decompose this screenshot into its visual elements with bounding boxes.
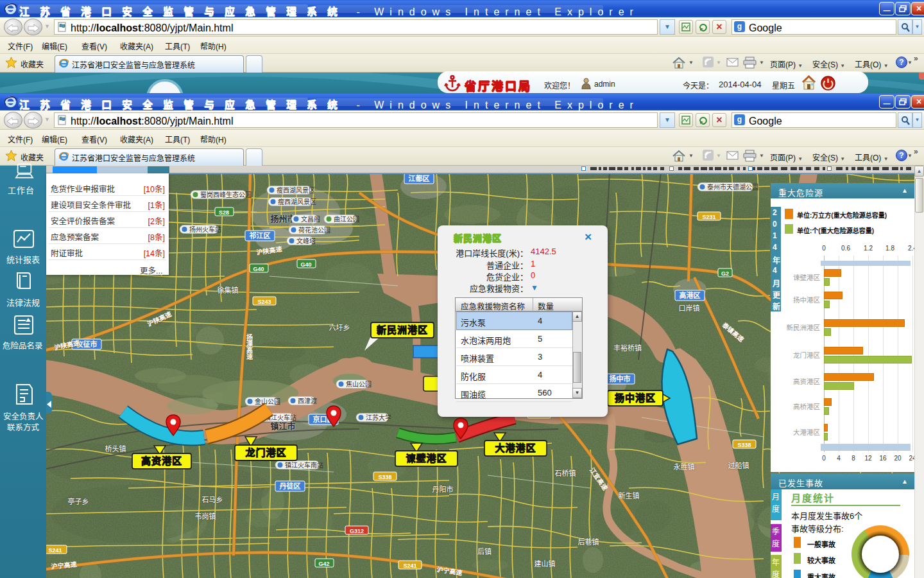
svg-text:S241: S241 bbox=[48, 547, 62, 554]
svg-text:韦岗镇: 韦岗镇 bbox=[195, 512, 216, 520]
svg-text:西津渡: 西津渡 bbox=[298, 397, 317, 405]
svg-text:曲江公园: 曲江公园 bbox=[334, 216, 359, 223]
svg-text:江苏大学: 江苏大学 bbox=[366, 414, 391, 421]
svg-text:徐集镇: 徐集镇 bbox=[218, 286, 239, 294]
svg-text:镇江市: 镇江市 bbox=[270, 421, 295, 431]
svg-text:六圩乡: 六圩乡 bbox=[329, 324, 350, 331]
svg-text:瘦西湖风景区: 瘦西湖风景区 bbox=[278, 198, 316, 206]
svg-text:G312: G312 bbox=[350, 528, 364, 534]
svg-text:文昌阁: 文昌阁 bbox=[301, 215, 320, 223]
svg-text:G40: G40 bbox=[300, 261, 311, 268]
svg-text:G2: G2 bbox=[721, 270, 729, 277]
svg-text:焦山公园: 焦山公园 bbox=[346, 380, 372, 388]
svg-text:口岸镇: 口岸镇 bbox=[679, 304, 700, 312]
svg-text:后巷镇: 后巷镇 bbox=[578, 538, 599, 546]
svg-text:S338: S338 bbox=[737, 442, 751, 448]
svg-text:扬中港区: 扬中港区 bbox=[615, 392, 656, 403]
svg-text:泰州市天德湖公园: 泰州市天德湖公园 bbox=[707, 183, 758, 191]
svg-text:谏壁港区: 谏壁港区 bbox=[406, 453, 447, 464]
svg-text:瘦西湖风景区: 瘦西湖风景区 bbox=[277, 186, 315, 194]
svg-text:永胜镇: 永胜镇 bbox=[674, 462, 695, 471]
svg-text:镇江火车南站: 镇江火车南站 bbox=[285, 461, 323, 469]
svg-text:大港港区: 大港港区 bbox=[495, 442, 536, 453]
svg-text:G42: G42 bbox=[318, 561, 329, 567]
svg-text:S243: S243 bbox=[257, 299, 271, 305]
svg-text:扬溧高速: 扬溧高速 bbox=[246, 333, 253, 360]
svg-text:丹徒区: 丹徒区 bbox=[280, 482, 301, 490]
svg-text:龙门港区: 龙门港区 bbox=[244, 447, 286, 458]
svg-text:S241: S241 bbox=[403, 563, 416, 569]
svg-text:过船镇: 过船镇 bbox=[728, 461, 749, 469]
svg-text:亭子乡: 亭子乡 bbox=[68, 497, 89, 505]
svg-text:S231: S231 bbox=[702, 214, 715, 220]
svg-text:荷花池公园: 荷花池公园 bbox=[298, 226, 330, 234]
svg-text:G40: G40 bbox=[253, 266, 264, 272]
svg-text:石马乡: 石马乡 bbox=[202, 496, 223, 504]
svg-text:石桥镇: 石桥镇 bbox=[555, 469, 576, 477]
svg-text:S28: S28 bbox=[219, 209, 229, 216]
svg-text:丹阳市: 丹阳市 bbox=[432, 485, 454, 493]
svg-text:江都区: 江都区 bbox=[409, 174, 430, 182]
svg-text:扬州火车站: 扬州火车站 bbox=[189, 225, 221, 233]
svg-text:祁江区: 祁江区 bbox=[250, 231, 271, 240]
svg-text:扬中市: 扬中市 bbox=[610, 374, 631, 383]
svg-text:文峰塔: 文峰塔 bbox=[296, 237, 316, 245]
svg-text:高港区: 高港区 bbox=[680, 291, 701, 299]
svg-text:金山公园: 金山公园 bbox=[255, 398, 280, 405]
svg-text:新生镇: 新生镇 bbox=[619, 491, 640, 500]
svg-text:新民洲港区: 新民洲港区 bbox=[377, 324, 428, 335]
svg-text:S338: S338 bbox=[378, 474, 391, 480]
svg-text:后镇: 后镇 bbox=[477, 547, 492, 556]
svg-text:高资港区: 高资港区 bbox=[141, 455, 182, 466]
svg-text:丰裕桥镇: 丰裕桥镇 bbox=[613, 344, 642, 352]
svg-text:桥头镇: 桥头镇 bbox=[105, 444, 126, 453]
svg-text:蜀岗西峰生态公园: 蜀岗西峰生态公园 bbox=[200, 191, 252, 198]
svg-text:建山镇: 建山镇 bbox=[535, 559, 556, 568]
